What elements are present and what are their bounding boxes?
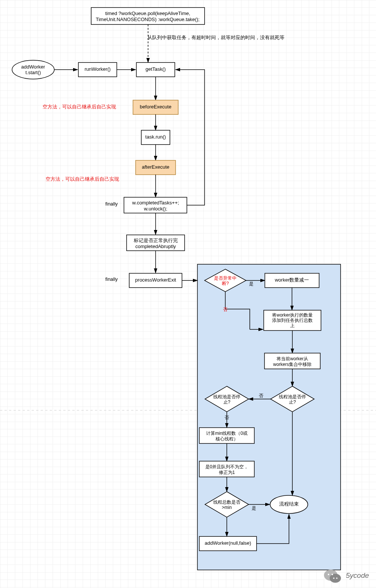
watermark-text: 5ycode (346, 571, 369, 579)
label-finally2: finally (105, 276, 118, 282)
label-timed-1: timed ?workQueue.poll(keepAliveTime,Time… (96, 11, 199, 22)
label-workerdec: worker数量减一 (274, 277, 309, 283)
label-d1no: 否 (223, 307, 228, 312)
label-d2no: 否 (259, 393, 263, 398)
label-d1yes: 是 (249, 281, 254, 286)
label-d4yes: 是 (252, 506, 256, 511)
label-gettask: getTask() (145, 66, 165, 72)
label-abruptly: 标记是否正常执行完completedAbruptly (133, 238, 178, 249)
label-d3no: 否 (225, 415, 229, 420)
label-before-note: 空方法，可以自己继承后自己实现 (43, 104, 116, 110)
svg-point-7 (336, 577, 338, 579)
label-runworker: runWorker() (84, 66, 110, 72)
flowchart-canvas: timed ?workQueue.poll(keepAliveTime,Time… (0, 0, 376, 588)
label-after-note: 空方法，可以自己继承后自己实现 (46, 176, 119, 182)
label-beforeexecute: beforeExecute (140, 104, 171, 110)
label-removeworker: 将当前worker从workers集合中移除 (273, 356, 312, 367)
svg-point-5 (332, 574, 333, 575)
label-afterexecute: afterExecute (142, 164, 170, 170)
label-processexit: processWorkerExit (135, 277, 176, 283)
svg-point-6 (333, 577, 335, 579)
label-addworker-null: addWorker(null,false) (205, 540, 251, 546)
svg-point-4 (328, 574, 329, 575)
label-finally1: finally (105, 201, 118, 207)
label-taskrun: task.run() (145, 134, 166, 140)
label-endflow: 流程结束 (279, 501, 299, 507)
label-timed-note: 从队列中获取任务，有超时时间，就等对应的时间，没有就死等 (147, 35, 284, 40)
svg-point-3 (330, 574, 341, 583)
